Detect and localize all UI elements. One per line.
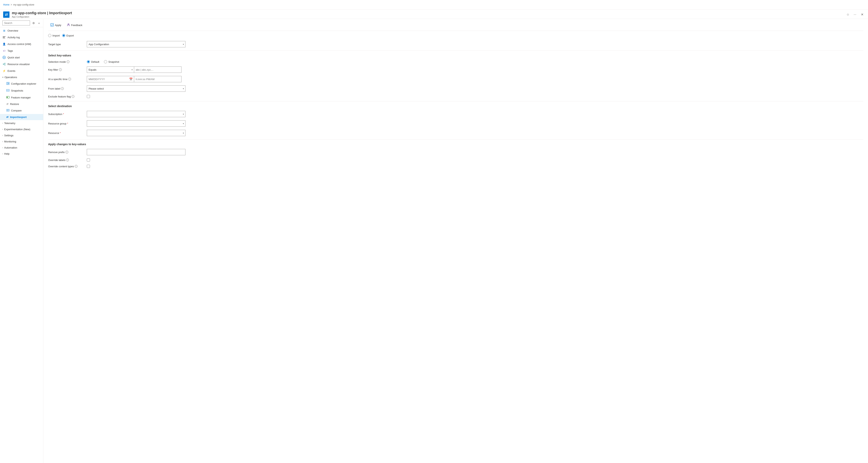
sidebar-group-automation[interactable]: › Automation (0, 145, 43, 151)
quickstart-icon (2, 56, 6, 59)
sidebar-group-telemetry[interactable]: › Telemetry (0, 120, 43, 126)
sidebar-label-quick-start: Quick start (7, 56, 20, 59)
svg-line-10 (4, 64, 4, 65)
resource-row: Resource * ▾ (48, 130, 863, 136)
selection-mode-info-icon[interactable]: i (67, 60, 69, 63)
svg-rect-15 (7, 90, 9, 91)
app-layout: ⚙ « ⊞ Overview Activity log 👤 Access con… (0, 19, 868, 463)
remove-prefix-info-icon[interactable]: i (65, 151, 68, 153)
default-radio[interactable] (87, 60, 90, 63)
sidebar: ⚙ « ⊞ Overview Activity log 👤 Access con… (0, 19, 43, 463)
snapshot-radio-label[interactable]: Snapshot (104, 60, 119, 63)
key-filter-info-icon[interactable]: i (59, 68, 62, 71)
sidebar-item-feature-manager[interactable]: Feature manager (0, 94, 43, 101)
sidebar-group-experimentation[interactable]: › Experimentation (New) (0, 126, 43, 132)
subscription-select[interactable] (87, 111, 185, 117)
target-type-select-wrapper: App Configuration Azure App Service Kube… (87, 41, 185, 48)
sidebar-item-quick-start[interactable]: Quick start (0, 54, 43, 61)
close-button[interactable]: ✕ (859, 12, 865, 18)
search-settings-icon[interactable]: ⚙ (31, 21, 36, 26)
exclude-feature-flag-info-icon[interactable]: i (72, 95, 74, 98)
tag-icon: 🏷 (2, 49, 6, 53)
more-button[interactable]: ··· (852, 12, 858, 18)
sidebar-group-operations[interactable]: ▾ Operations (0, 74, 43, 80)
remove-prefix-input[interactable] (87, 149, 185, 155)
sidebar-item-compare[interactable]: Compare (0, 107, 43, 114)
override-content-types-control (87, 165, 863, 168)
key-filter-inputs: Equals Starts with ▾ (87, 66, 182, 73)
resource-select[interactable] (87, 130, 185, 136)
specific-time-info-icon[interactable]: i (68, 78, 71, 81)
sidebar-label-import-export: Import/export (10, 116, 27, 119)
override-content-types-info-icon[interactable]: i (75, 165, 78, 168)
feedback-icon (67, 23, 70, 27)
time-input[interactable] (134, 76, 182, 82)
export-radio-label[interactable]: Export (62, 34, 74, 37)
import-radio-label[interactable]: Import (48, 34, 60, 37)
sidebar-label-configuration-explorer: Configuration explorer (11, 82, 36, 85)
sidebar-group-monitoring[interactable]: › Monitoring (0, 138, 43, 145)
sidebar-item-activity-log[interactable]: Activity log (0, 34, 43, 41)
sidebar-item-access-control[interactable]: 👤 Access control (IAM) (0, 41, 43, 48)
sidebar-item-configuration-explorer[interactable]: Configuration explorer (0, 80, 43, 87)
subscription-select-wrapper: ▾ (87, 111, 185, 117)
override-labels-checkbox[interactable] (87, 158, 90, 161)
override-content-types-row: Override content types i (48, 165, 863, 168)
calendar-icon[interactable]: 📅 (129, 78, 132, 81)
sidebar-item-events[interactable]: ⚡ Events (0, 67, 43, 74)
from-label-info-icon[interactable]: i (61, 87, 64, 90)
person-icon: 👤 (2, 42, 6, 46)
override-content-types-checkbox[interactable] (87, 165, 90, 168)
sidebar-label-snapshots: Snapshots (11, 89, 23, 92)
subscription-control: ▾ (87, 111, 863, 117)
date-time-inputs: 📅 (87, 76, 182, 82)
sidebar-group-help[interactable]: › Help (0, 151, 43, 157)
sidebar-item-snapshots[interactable]: Snapshots (0, 87, 43, 94)
key-filter-value-input[interactable] (134, 66, 182, 73)
svg-rect-11 (6, 82, 8, 85)
import-radio[interactable] (48, 34, 51, 37)
resource-select-wrapper: ▾ (87, 130, 185, 136)
visualizer-icon (2, 62, 6, 66)
key-filter-operator-select[interactable]: Equals Starts with (87, 66, 134, 73)
sidebar-item-tags[interactable]: 🏷 Tags (0, 48, 43, 54)
override-labels-info-icon[interactable]: i (66, 159, 69, 161)
telemetry-chevron-right: › (2, 122, 3, 124)
svg-rect-19 (8, 109, 9, 111)
sidebar-group-settings[interactable]: › Settings (0, 132, 43, 138)
sidebar-item-restore[interactable]: ↺ Restore (0, 101, 43, 107)
remove-prefix-label: Remove prefix i (48, 151, 84, 154)
sidebar-item-overview[interactable]: ⊞ Overview (0, 27, 43, 34)
svg-text:⇄: ⇄ (5, 12, 8, 17)
sidebar-item-resource-visualizer[interactable]: Resource visualizer (0, 61, 43, 67)
date-input-wrapper: 📅 (87, 76, 134, 82)
apply-changes-title: Apply changes to key-values (48, 143, 863, 146)
feedback-button[interactable]: Feedback (64, 22, 85, 28)
sidebar-label-restore: Restore (10, 102, 19, 105)
apply-button[interactable]: Apply (48, 22, 64, 28)
export-radio[interactable] (62, 34, 65, 37)
key-filter-operator-wrapper: Equals Starts with ▾ (87, 66, 134, 73)
page-subtitle: App Configuration (12, 16, 843, 18)
target-type-select[interactable]: App Configuration Azure App Service Kube… (87, 41, 185, 48)
sidebar-item-import-export[interactable]: ⇄ Import/export (0, 114, 43, 120)
breadcrumb-home[interactable]: Home (3, 3, 9, 6)
sidebar-label-resource-visualizer: Resource visualizer (7, 63, 30, 66)
page-title-block: my-app-config-store | Import/export App … (12, 11, 843, 18)
resource-group-label: Resource group * (48, 122, 84, 125)
from-label-select[interactable]: Please select (87, 85, 185, 92)
snapshot-radio[interactable] (104, 60, 107, 63)
search-input[interactable] (2, 21, 30, 26)
grid-icon: ⊞ (2, 29, 6, 32)
breadcrumb: Home > my-app-config-store (3, 3, 34, 6)
svg-point-21 (68, 24, 69, 25)
sidebar-label-overview: Overview (7, 29, 18, 32)
favorite-button[interactable]: ☆ (845, 12, 850, 18)
date-input[interactable] (87, 76, 134, 82)
exclude-feature-flag-checkbox[interactable] (87, 95, 90, 98)
resource-group-select[interactable] (87, 120, 185, 127)
svg-rect-12 (8, 82, 9, 83)
default-radio-label[interactable]: Default (87, 60, 99, 63)
collapse-sidebar-icon[interactable]: « (37, 21, 41, 26)
import-export-icon: ⇄ (6, 116, 8, 119)
